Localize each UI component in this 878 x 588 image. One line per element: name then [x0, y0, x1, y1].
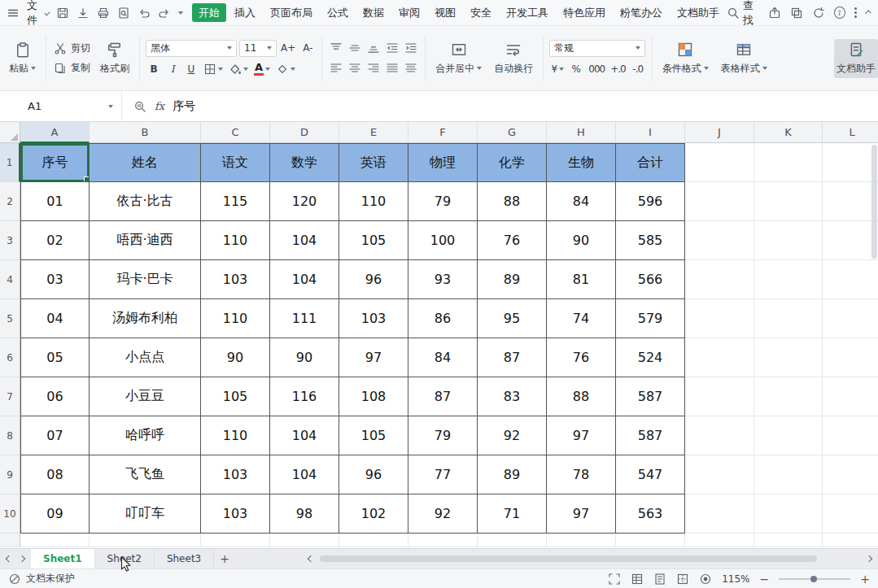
cell-F3[interactable]: 100: [408, 221, 478, 260]
cell-I10[interactable]: 563: [616, 494, 685, 534]
add-sheet-button[interactable]: +: [214, 549, 235, 568]
cell-A5[interactable]: 04: [20, 299, 90, 338]
cell-J11[interactable]: [685, 534, 754, 547]
cell-G3[interactable]: 76: [478, 221, 547, 260]
cell-B8[interactable]: 哈呼呼: [90, 416, 201, 455]
zoom-out-button[interactable]: −: [760, 573, 770, 586]
cell-H1[interactable]: 生物: [547, 143, 616, 182]
horizontal-scrollbar[interactable]: [320, 555, 860, 563]
cell-K4[interactable]: [754, 260, 823, 299]
cell-G1[interactable]: 化学: [478, 143, 547, 182]
redo-dropdown-icon[interactable]: [178, 11, 183, 15]
cell-C11[interactable]: [201, 534, 270, 547]
magnifier-icon[interactable]: [133, 100, 146, 113]
cell-J2[interactable]: [685, 182, 754, 221]
cell-D4[interactable]: 104: [270, 260, 339, 299]
cell-D2[interactable]: 120: [270, 182, 339, 221]
cell-I11[interactable]: [616, 534, 685, 547]
cell-C4[interactable]: 103: [201, 260, 270, 299]
cell-H7[interactable]: 88: [547, 377, 616, 416]
cell-J9[interactable]: [685, 455, 754, 494]
column-header-B[interactable]: B: [90, 122, 201, 143]
copy-button[interactable]: 复制: [52, 60, 92, 76]
row-header-5[interactable]: 5: [0, 299, 20, 338]
row-header-8[interactable]: 8: [0, 416, 20, 455]
decrease-decimal-button[interactable]: -.0: [630, 61, 646, 77]
hscroll-right-icon[interactable]: [866, 555, 872, 562]
column-header-J[interactable]: J: [685, 122, 754, 143]
align-top-button[interactable]: [328, 40, 344, 56]
cell-E9[interactable]: 96: [339, 455, 408, 494]
align-right-button[interactable]: [365, 60, 382, 76]
cell-K7[interactable]: [754, 377, 823, 416]
cell-J1[interactable]: [685, 143, 754, 182]
row-header-9[interactable]: 9: [0, 455, 20, 494]
cell-A4[interactable]: 03: [20, 260, 90, 299]
cell-B6[interactable]: 小点点: [90, 338, 201, 377]
column-header-I[interactable]: I: [616, 122, 685, 143]
cell-K8[interactable]: [754, 416, 823, 455]
cell-J4[interactable]: [685, 260, 754, 299]
cell-B7[interactable]: 小豆豆: [90, 377, 201, 416]
cell-L1[interactable]: [823, 143, 878, 182]
cell-D9[interactable]: 104: [270, 455, 339, 494]
bold-button[interactable]: B: [146, 61, 162, 77]
currency-button[interactable]: ¥: [549, 61, 566, 77]
undo-icon[interactable]: [138, 7, 151, 20]
cell-L9[interactable]: [823, 455, 878, 494]
print-icon[interactable]: [97, 7, 110, 20]
cell-K6[interactable]: [754, 338, 823, 377]
underline-button[interactable]: U: [183, 61, 199, 77]
cell-F6[interactable]: 84: [408, 338, 478, 377]
cell-F7[interactable]: 87: [408, 377, 478, 416]
cell-L6[interactable]: [823, 338, 878, 377]
cell-E4[interactable]: 96: [339, 260, 408, 299]
cell-G7[interactable]: 83: [478, 377, 547, 416]
collapse-ribbon-icon[interactable]: [864, 9, 871, 15]
cell-H3[interactable]: 90: [547, 221, 616, 260]
cell-B5[interactable]: 汤姆布利柏: [90, 299, 201, 338]
menu-tab-公式[interactable]: 公式: [321, 3, 355, 22]
zoom-slider[interactable]: [779, 578, 850, 580]
cell-L8[interactable]: [823, 416, 878, 455]
merge-center-button[interactable]: 合并居中: [431, 39, 486, 78]
cell-H5[interactable]: 74: [547, 299, 616, 338]
save-icon[interactable]: [56, 7, 69, 20]
decrease-font-button[interactable]: A-: [299, 40, 316, 56]
cell-F11[interactable]: [408, 534, 478, 547]
menu-tab-文档助手[interactable]: 文档助手: [671, 3, 726, 22]
cell-K3[interactable]: [754, 221, 823, 260]
cell-D11[interactable]: [270, 534, 339, 547]
cell-C10[interactable]: 103: [201, 494, 270, 534]
sheet-next-icon[interactable]: [19, 555, 25, 562]
fill-color-button[interactable]: [227, 61, 250, 77]
wrap-text-button[interactable]: 自动换行: [490, 39, 537, 78]
redo-icon[interactable]: [158, 7, 171, 20]
cell-H2[interactable]: 84: [547, 182, 616, 221]
cell-G11[interactable]: [478, 534, 547, 547]
cell-I4[interactable]: 566: [616, 260, 685, 299]
hscroll-left-icon[interactable]: [308, 555, 314, 562]
cell-G10[interactable]: 71: [478, 494, 547, 534]
name-box[interactable]: A1: [0, 91, 122, 121]
cell-D3[interactable]: 104: [270, 221, 339, 260]
cell-E8[interactable]: 105: [339, 416, 408, 455]
cell-F5[interactable]: 86: [408, 299, 478, 338]
cell-K2[interactable]: [754, 182, 823, 221]
column-header-G[interactable]: G: [478, 122, 547, 143]
row-header-7[interactable]: 7: [0, 377, 20, 416]
menu-tab-粉笔办公[interactable]: 粉笔办公: [614, 3, 669, 22]
row-header-1[interactable]: 1: [0, 143, 20, 182]
cell-I9[interactable]: 547: [616, 455, 685, 494]
cell-A7[interactable]: 06: [20, 377, 90, 416]
cell-G4[interactable]: 89: [478, 260, 547, 299]
cell-I5[interactable]: 579: [616, 299, 685, 338]
cell-E11[interactable]: [339, 534, 408, 547]
cell-B9[interactable]: 飞飞鱼: [90, 455, 201, 494]
cell-L3[interactable]: [823, 221, 878, 260]
cell-I2[interactable]: 596: [616, 182, 685, 221]
share-icon[interactable]: [768, 7, 781, 20]
cell-L10[interactable]: [823, 494, 878, 534]
normal-view-icon[interactable]: [631, 573, 644, 586]
cell-I8[interactable]: 587: [616, 416, 685, 455]
